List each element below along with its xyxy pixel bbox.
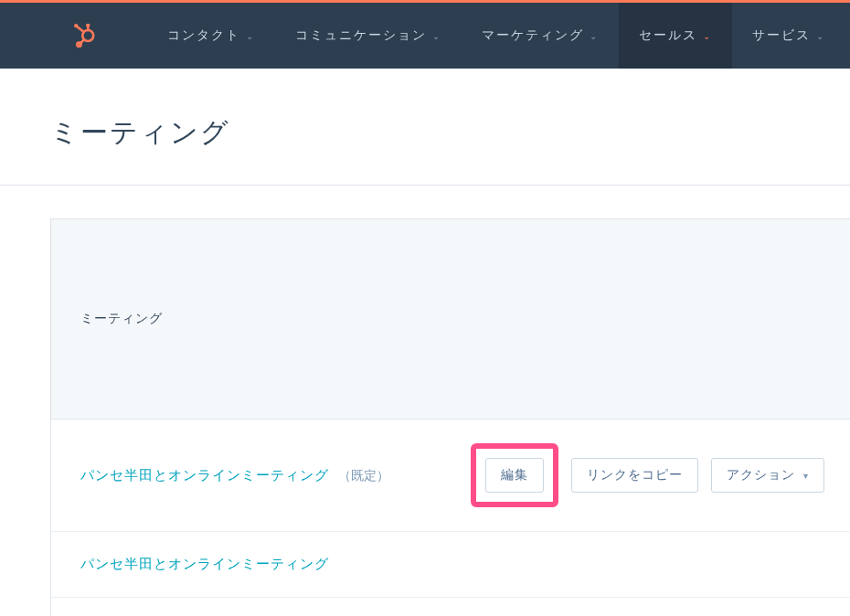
nav-item-service[interactable]: サービス ⌄ xyxy=(732,3,845,69)
meeting-row: パンセ半田とオンラインミーティング xyxy=(51,532,850,598)
nav-item-communication[interactable]: コミュニケーション ⌄ xyxy=(275,3,462,69)
nav-item-sales[interactable]: セールス ⌄ xyxy=(619,3,732,69)
actions-label: アクション xyxy=(727,467,795,482)
chevron-down-icon: ⌄ xyxy=(590,31,599,41)
nav-label: コミュニケーション xyxy=(295,27,427,44)
meeting-name-wrap: パンセ半田とオンラインミーティング xyxy=(80,556,329,573)
nav-label: マーケティング xyxy=(482,27,584,44)
chevron-down-icon: ⌄ xyxy=(246,31,255,41)
chevron-down-icon: ⌄ xyxy=(432,31,441,41)
meeting-link[interactable]: パンセ半田とオンラインミーティング xyxy=(80,556,329,571)
edit-button[interactable]: 編集 xyxy=(485,458,544,493)
caret-down-icon: ▾ xyxy=(803,471,809,481)
top-nav: コンタクト ⌄ コミュニケーション ⌄ マーケティング ⌄ セールス ⌄ サービ… xyxy=(0,3,850,69)
page-title: ミーティング xyxy=(50,114,850,152)
divider xyxy=(0,185,850,186)
nav-item-marketing[interactable]: マーケティング ⌄ xyxy=(462,3,619,69)
meetings-panel: ミーティング パンセ半田とオンラインミーティング （既定） 編集 リンクをコピー… xyxy=(50,218,850,616)
page-header: ミーティング xyxy=(0,69,850,185)
default-suffix: （既定） xyxy=(338,468,389,483)
hubspot-logo-icon[interactable] xyxy=(73,24,97,48)
nav-label: セールス xyxy=(639,27,697,44)
copy-link-button[interactable]: リンクをコピー xyxy=(571,458,698,493)
meeting-name-wrap: パンセ半田とオンラインミーティング （既定） xyxy=(80,467,389,484)
chevron-down-icon: ⌄ xyxy=(816,31,825,41)
panel-header: ミーティング xyxy=(51,219,850,420)
highlight-box: 編集 xyxy=(471,443,558,507)
nav-label: コンタクト xyxy=(167,27,240,44)
row-actions: 編集 リンクをコピー アクション ▾ xyxy=(471,443,824,507)
chevron-down-icon: ⌄ xyxy=(703,31,712,41)
meeting-row: パンセ半田とオンラインミーティング （既定） 編集 リンクをコピー アクション … xyxy=(51,420,850,532)
actions-menu-button[interactable]: アクション ▾ xyxy=(711,458,824,493)
meeting-row: . xyxy=(51,598,850,616)
nav-item-contacts[interactable]: コンタクト ⌄ xyxy=(147,3,275,69)
nav-items: コンタクト ⌄ コミュニケーション ⌄ マーケティング ⌄ セールス ⌄ サービ… xyxy=(147,3,845,69)
svg-point-5 xyxy=(86,24,90,27)
nav-label: サービス xyxy=(752,27,811,44)
meeting-link[interactable]: パンセ半田とオンラインミーティング xyxy=(80,467,329,483)
svg-point-4 xyxy=(74,24,78,27)
